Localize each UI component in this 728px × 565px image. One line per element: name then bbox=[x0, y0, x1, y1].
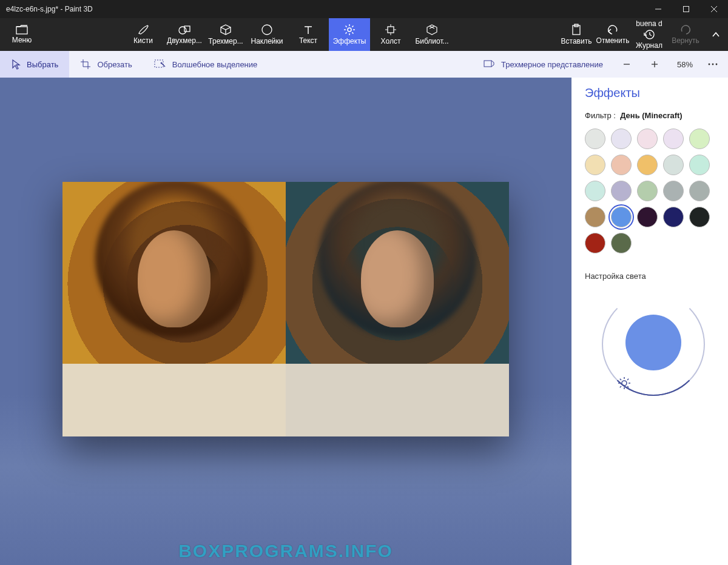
filter-swatch[interactable] bbox=[689, 207, 710, 227]
tool-effects[interactable]: Эффекты bbox=[329, 18, 370, 51]
filter-swatch[interactable] bbox=[689, 181, 710, 201]
light-dial[interactable] bbox=[602, 293, 705, 396]
tool-label: Эффекты bbox=[333, 37, 366, 45]
filter-swatch[interactable] bbox=[637, 181, 658, 201]
3d-view-toggle[interactable]: Трехмерное представление bbox=[472, 51, 614, 78]
filter-swatches bbox=[585, 129, 722, 253]
tool-label: Кисти bbox=[133, 36, 153, 45]
magic-select-tool[interactable]: Волшебное выделение bbox=[143, 51, 269, 78]
chevron-up-icon bbox=[712, 32, 720, 38]
shapes-2d-icon bbox=[178, 24, 191, 35]
filter-swatch[interactable] bbox=[689, 129, 710, 149]
filter-swatch[interactable] bbox=[585, 129, 605, 149]
photo-left bbox=[62, 182, 286, 436]
filter-swatch[interactable] bbox=[585, 233, 605, 253]
filter-swatch[interactable] bbox=[585, 155, 605, 175]
more-options-button[interactable] bbox=[703, 51, 723, 78]
tool-3d-shapes[interactable]: Трехмер... bbox=[205, 18, 246, 51]
undo-icon bbox=[607, 24, 619, 35]
tool-label: Двухмер... bbox=[167, 36, 202, 45]
filter-swatch[interactable] bbox=[611, 129, 632, 149]
svg-line-55 bbox=[627, 379, 629, 380]
minimize-button[interactable] bbox=[644, 0, 672, 18]
expand-ribbon-button[interactable] bbox=[704, 18, 728, 51]
svg-point-45 bbox=[709, 64, 710, 65]
window-title: e4lzc-e6n-s.jpg* - Paint 3D bbox=[0, 5, 644, 13]
select-label: Выбрать bbox=[27, 60, 58, 69]
tool-canvas[interactable]: Холст bbox=[370, 18, 411, 51]
filter-swatch[interactable] bbox=[611, 181, 632, 201]
filter-swatch[interactable] bbox=[637, 155, 658, 175]
filter-swatch[interactable] bbox=[663, 155, 684, 175]
svg-line-56 bbox=[620, 386, 621, 387]
filter-label: Фильтр : bbox=[585, 111, 616, 120]
close-button[interactable] bbox=[700, 0, 728, 18]
effects-icon bbox=[343, 24, 356, 36]
filter-value: День (Minecraft) bbox=[620, 111, 682, 120]
filter-swatch[interactable] bbox=[637, 129, 658, 149]
zoom-out-button[interactable] bbox=[614, 51, 639, 78]
plus-icon bbox=[650, 60, 659, 69]
light-dial-ball[interactable] bbox=[625, 315, 681, 370]
effects-panel: Эффекты Фильтр : День (Minecraft) Настро… bbox=[571, 78, 728, 565]
app-window: e4lzc-e6n-s.jpg* - Paint 3D Меню Кисти bbox=[0, 0, 728, 565]
3d-view-icon bbox=[483, 59, 495, 69]
tool-2d-shapes[interactable]: Двухмер... bbox=[164, 18, 205, 51]
filter-swatch[interactable] bbox=[611, 207, 632, 227]
tool-3d-library[interactable]: Библиот... bbox=[411, 18, 453, 51]
filter-swatch[interactable] bbox=[663, 207, 684, 227]
crop-icon bbox=[80, 59, 91, 70]
sun-icon bbox=[618, 376, 631, 392]
svg-point-37 bbox=[161, 62, 162, 64]
svg-line-20 bbox=[346, 32, 347, 33]
tool-label: Текст bbox=[299, 36, 317, 45]
cursor-icon bbox=[11, 59, 21, 70]
svg-rect-21 bbox=[388, 27, 394, 33]
svg-point-12 bbox=[348, 28, 351, 32]
tool-brushes[interactable]: Кисти bbox=[123, 18, 164, 51]
rtool-label: Вставить bbox=[561, 37, 592, 45]
svg-point-47 bbox=[716, 64, 718, 65]
minus-icon bbox=[622, 60, 631, 69]
menu-label: Меню bbox=[12, 36, 32, 44]
zoom-value[interactable]: 58% bbox=[670, 60, 700, 69]
history-icon bbox=[643, 29, 655, 40]
ellipsis-icon bbox=[708, 63, 718, 65]
menu-button[interactable]: Меню bbox=[0, 18, 44, 51]
rtool-label: Отменить bbox=[596, 36, 630, 45]
panel-title: Эффекты bbox=[585, 86, 722, 100]
tool-label: Холст bbox=[381, 37, 401, 45]
filter-swatch[interactable] bbox=[637, 207, 658, 227]
crop-tool[interactable]: Обрезать bbox=[69, 51, 143, 78]
svg-point-5 bbox=[179, 27, 186, 34]
redo-button: Вернуть bbox=[667, 18, 704, 51]
svg-point-46 bbox=[712, 64, 714, 65]
folder-icon bbox=[16, 25, 28, 35]
zoom-controls: 58% bbox=[614, 51, 728, 78]
filter-swatch[interactable] bbox=[663, 129, 684, 149]
undo-button[interactable]: Отменить bbox=[595, 18, 631, 51]
title-bar: e4lzc-e6n-s.jpg* - Paint 3D bbox=[0, 0, 728, 18]
main-area: BOXPROGRAMS.INFO Эффекты Фильтр : День (… bbox=[0, 78, 728, 565]
filter-swatch[interactable] bbox=[611, 233, 632, 253]
filter-swatch[interactable] bbox=[585, 207, 605, 227]
tool-label: Наклейки bbox=[251, 37, 283, 45]
tool-label: Библиот... bbox=[415, 37, 448, 45]
filter-swatch[interactable] bbox=[585, 181, 605, 201]
tool-text[interactable]: Текст bbox=[288, 18, 329, 51]
maximize-button[interactable] bbox=[672, 0, 700, 18]
select-tool[interactable]: Выбрать bbox=[0, 51, 69, 78]
canvas-viewport[interactable]: BOXPROGRAMS.INFO bbox=[0, 78, 571, 565]
filter-swatch[interactable] bbox=[663, 181, 684, 201]
svg-line-17 bbox=[346, 26, 347, 27]
tool-stickers[interactable]: Наклейки bbox=[246, 18, 288, 51]
history-button[interactable]: buena d Журнал bbox=[631, 18, 667, 51]
canvas-image[interactable] bbox=[62, 182, 509, 436]
ribbon-right-tools: Вставить Отменить buena d Журнал Вернуть bbox=[558, 18, 728, 51]
filter-swatch[interactable] bbox=[689, 155, 710, 175]
rtool-label: Журнал bbox=[636, 41, 662, 50]
filter-swatch[interactable] bbox=[611, 155, 632, 175]
paste-button[interactable]: Вставить bbox=[558, 18, 595, 51]
text-icon bbox=[303, 24, 314, 35]
zoom-in-button[interactable] bbox=[642, 51, 667, 78]
